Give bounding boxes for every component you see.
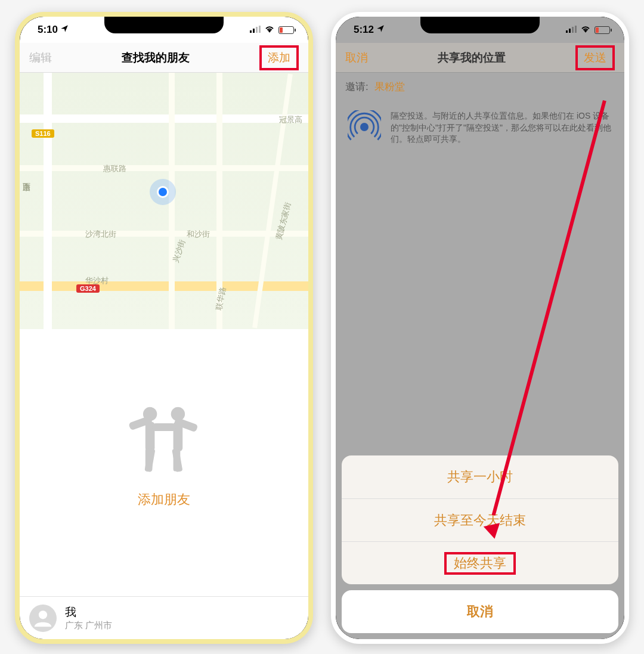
status-time: 5:10 [38,24,58,36]
svg-rect-18 [572,27,574,33]
location-arrow-icon [376,24,385,36]
phone-left: 5:10 编辑 查找我的朋友 添加 [15,12,313,644]
airdrop-description: 隔空投送。与附近的人共享位置信息。如果他们在 iOS 设备的"控制中心"打开了"… [391,110,612,145]
airdrop-section: 隔空投送。与附近的人共享位置信息。如果他们在 iOS 设备的"控制中心"打开了"… [336,101,624,156]
map-label: 和沙街 [187,229,210,240]
svg-rect-19 [575,26,577,33]
cellular-icon [250,24,261,36]
map-label: 冠景高 [279,114,302,125]
share-indefinitely-highlight: 始终共享 [444,552,516,575]
nav-title: 查找我的朋友 [122,50,190,66]
add-friend-button[interactable]: 添加朋友 [138,491,190,509]
share-until-end-of-day-button[interactable]: 共享至今天结束 [342,498,618,541]
wifi-icon [580,24,591,36]
battery-icon [278,26,294,34]
avatar-icon [29,605,57,632]
status-time: 5:12 [354,24,374,36]
notch [104,17,224,33]
map-label: 沙湾北街 [85,229,116,240]
invite-row[interactable]: 邀请: 果粉堂 [336,73,624,101]
sheet-cancel-button[interactable]: 取消 [342,590,618,633]
friends-panel: 添加朋友 [20,329,308,579]
airdrop-icon [348,110,381,146]
svg-rect-3 [259,26,261,33]
svg-rect-0 [250,30,252,33]
svg-rect-16 [566,30,568,33]
share-indefinitely-button[interactable]: 始终共享 [342,541,618,584]
map-view[interactable]: S116 G324 冠景高 惠联路 沙湾北街 和沙街 华沙村 山下东路 兴沙街 … [20,73,308,329]
nav-bar: 编辑 查找我的朋友 添加 [20,43,308,73]
invite-label: 邀请: [345,81,369,92]
wifi-icon [264,24,275,36]
add-button[interactable]: 添加 [259,45,299,70]
location-arrow-icon [60,24,69,36]
cellular-icon [566,24,577,36]
map-label: 惠联路 [103,163,126,174]
svg-rect-10 [153,423,176,431]
friends-icon [125,400,203,480]
highway-badge-s116: S116 [32,129,54,138]
nav-title: 共享我的位置 [438,50,506,66]
edit-button[interactable]: 编辑 [29,50,52,66]
annotation-arrow [492,100,606,516]
me-location: 广东 广州市 [65,620,112,631]
phone-right: 5:12 取消 共享我的位置 发送 邀请: 果粉堂 [331,12,629,644]
cancel-button[interactable]: 取消 [345,50,368,66]
share-one-hour-button[interactable]: 共享一小时 [342,455,618,498]
notch [420,17,540,33]
action-sheet: 共享一小时 共享至今天结束 始终共享 取消 [342,455,618,633]
svg-rect-1 [253,29,255,33]
svg-rect-2 [256,27,258,33]
send-button[interactable]: 发送 [575,45,615,70]
me-name: 我 [65,605,112,620]
svg-point-15 [39,610,47,619]
nav-bar: 取消 共享我的位置 发送 [336,43,624,73]
svg-point-20 [361,123,367,130]
map-label: 华沙村 [85,275,109,286]
battery-icon [595,26,610,34]
svg-rect-17 [569,29,571,33]
my-location-dot [157,186,169,198]
invite-contact: 果粉堂 [374,81,405,92]
me-row[interactable]: 我 广东 广州市 [20,596,308,639]
